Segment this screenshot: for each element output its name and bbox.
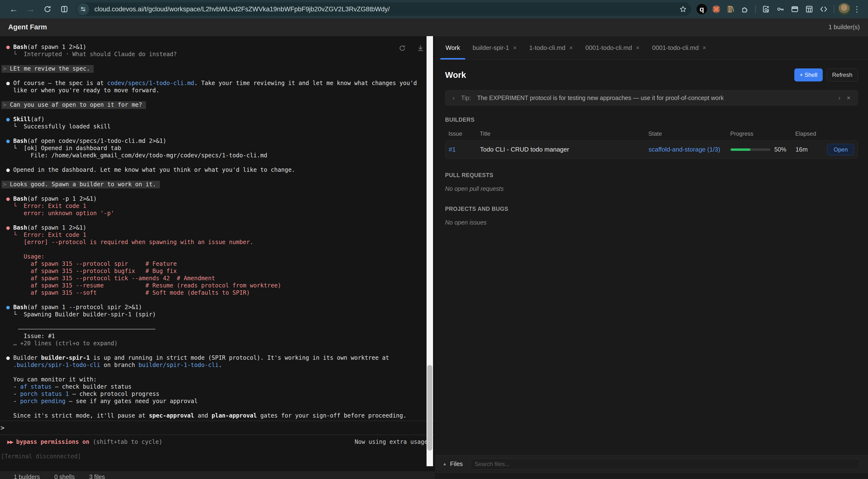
- builder-row[interactable]: #1Todo CLI - CRUD todo managerscaffold-a…: [445, 141, 858, 158]
- terminal-line: └ Spawning Builder builder-spir-1 (spir): [0, 311, 435, 318]
- tab-label: builder-spir-1: [472, 44, 509, 52]
- passwords-key-icon[interactable]: [774, 3, 786, 16]
- dev-code-icon[interactable]: [817, 3, 830, 16]
- claude-starburst-icon[interactable]: [710, 3, 722, 16]
- terminal-line: └ Successfully loaded skill: [0, 123, 435, 130]
- terminal-line: .builders/spir-1-todo-cli on branch buil…: [0, 361, 435, 369]
- mode-label: bypass permissions on: [16, 439, 89, 445]
- user-message: > Can you use af open to open it for me?: [1, 101, 146, 109]
- tab-builder-spir-1[interactable]: builder-spir-1×: [466, 36, 523, 60]
- tab-close-icon[interactable]: ×: [513, 44, 517, 52]
- pull-requests-section-label: PULL REQUESTS: [445, 172, 858, 179]
- open-builder-button[interactable]: Open: [827, 144, 854, 155]
- terminal-line: af spawn 315 --protocol spir # Feature: [0, 260, 435, 267]
- tab-label: 1-todo-cli.md: [529, 44, 565, 52]
- scrollbar-thumb[interactable]: [427, 365, 432, 451]
- terminal-line: … +20 lines (ctrl+o to expand): [0, 340, 435, 347]
- prompt-caret: >: [0, 424, 5, 432]
- url-text[interactable]: cloud.codevos.ai/t/gcloud/workspace/L2hv…: [94, 5, 676, 13]
- terminal-line: ● Bash(af open codev/specs/1-todo-cli.md…: [0, 137, 435, 145]
- state-link[interactable]: scaffold-and-storage (1/3): [649, 146, 731, 153]
- tab-work[interactable]: Work: [439, 36, 466, 60]
- tab-close-icon[interactable]: ×: [569, 44, 573, 52]
- forward-icon[interactable]: →: [23, 2, 38, 16]
- files-label[interactable]: Files: [450, 460, 463, 468]
- status-item: 1 builders: [14, 474, 40, 479]
- issue-link[interactable]: #1: [449, 146, 480, 153]
- user-message: > LEt me review the spec.: [1, 65, 94, 73]
- payment-card-icon[interactable]: [788, 3, 801, 16]
- terminal-line: [0, 94, 435, 101]
- tip-prev-icon[interactable]: ‹: [453, 94, 455, 102]
- bullet-icon: ●: [6, 224, 13, 231]
- tab-0001-todo-cli-md[interactable]: 0001-todo-cli.md×: [646, 36, 712, 60]
- terminal-line: af spawn 315 --soft # Soft mode (default…: [0, 289, 435, 296]
- terminal-line: [0, 405, 435, 412]
- extensions-puzzle-icon[interactable]: [739, 3, 751, 16]
- column-header: Title: [480, 130, 648, 137]
- progress-label: 50%: [774, 146, 786, 153]
- terminal-line: [0, 58, 435, 65]
- file-search-input[interactable]: [470, 458, 860, 470]
- tip-next-icon[interactable]: ›: [838, 94, 840, 102]
- side-search-icon[interactable]: [760, 3, 772, 16]
- tab-1-todo-cli-md[interactable]: 1-todo-cli.md×: [523, 36, 579, 60]
- terminal-line: ● Skill(af): [0, 116, 435, 123]
- tab-close-icon[interactable]: ×: [636, 44, 640, 52]
- status-item: 3 files: [89, 474, 105, 479]
- tab-label: Work: [445, 44, 460, 52]
- tab-close-icon[interactable]: ×: [703, 44, 706, 52]
- panel-body: Work + Shell Refresh ‹ Tip: The EXPERIME…: [435, 60, 868, 479]
- library-books-icon[interactable]: [724, 3, 737, 16]
- refresh-button[interactable]: Refresh: [827, 68, 858, 82]
- column-header: Progress: [730, 130, 795, 137]
- terminal-scrollbar[interactable]: [427, 36, 433, 466]
- terminal-actions: [398, 44, 424, 54]
- terminal-line: > LEt me review the spec.: [0, 65, 435, 72]
- split-view-icon[interactable]: [57, 2, 72, 16]
- refresh-icon[interactable]: [398, 44, 406, 54]
- terminal-line: [0, 130, 435, 137]
- address-bar[interactable]: cloud.codevos.ai/t/gcloud/workspace/L2hv…: [76, 2, 691, 16]
- tab-0001-todo-cli-md[interactable]: 0001-todo-cli.md×: [579, 36, 646, 60]
- terminal-line: error: unknown option '-p': [0, 210, 435, 217]
- bookmark-star-icon[interactable]: [679, 5, 687, 13]
- terminal-line: like or when you're ready to move forwar…: [0, 87, 435, 94]
- reload-icon[interactable]: [40, 2, 55, 16]
- terminal-line: You can monitor it with:: [0, 376, 435, 383]
- collapse-caret-icon[interactable]: ▲: [443, 462, 447, 467]
- bullet-icon: ●: [6, 116, 13, 123]
- projects-empty: No open issues: [445, 219, 858, 226]
- terminal-input[interactable]: >: [0, 421, 435, 435]
- column-header: Elapsed: [795, 130, 824, 137]
- builder-title: Todo CLI - CRUD todo manager: [480, 146, 649, 153]
- permission-mode-line: ▶▶ bypass permissions on (shift+tab to c…: [0, 438, 435, 446]
- download-icon[interactable]: [417, 44, 424, 54]
- site-settings-icon[interactable]: [77, 3, 89, 15]
- tip-label: Tip:: [461, 94, 471, 101]
- q-extension-icon[interactable]: q: [695, 3, 708, 16]
- terminal-line: [0, 72, 435, 80]
- usage-note: Now using extra usage: [355, 438, 428, 446]
- terminal-line: - af status — check builder status: [0, 383, 435, 390]
- main-split: ● Bash(af spawn 1 2>&1) └ Interrupted · …: [0, 36, 868, 479]
- terminal-line: [0, 296, 435, 304]
- terminal[interactable]: ● Bash(af spawn 1 2>&1) └ Interrupted · …: [0, 36, 435, 472]
- shell-button[interactable]: + Shell: [794, 68, 823, 82]
- kebab-menu-icon[interactable]: ⋮: [852, 5, 862, 14]
- column-header: Issue: [448, 130, 480, 137]
- terminal-line: - porch pending — see if any gates need …: [0, 397, 435, 405]
- profile-avatar[interactable]: [838, 3, 850, 15]
- terminal-line: Since it's strict mode, it'll pause at s…: [0, 412, 435, 419]
- terminal-line: af spawn 315 --protocol bugfix # Bug fix: [0, 267, 435, 275]
- terminal-line: [0, 159, 435, 166]
- builders-rows: #1Todo CLI - CRUD todo managerscaffold-a…: [445, 141, 858, 158]
- terminal-line: [0, 325, 435, 332]
- terminal-line: └ Error: Exit code 1: [0, 231, 435, 239]
- progress-fill: [731, 148, 750, 151]
- tip-close-icon[interactable]: ×: [847, 94, 850, 102]
- progress-bar: [731, 148, 771, 151]
- data-table-icon[interactable]: [803, 3, 815, 16]
- back-icon[interactable]: ←: [6, 2, 21, 16]
- bullet-icon: ●: [6, 196, 13, 202]
